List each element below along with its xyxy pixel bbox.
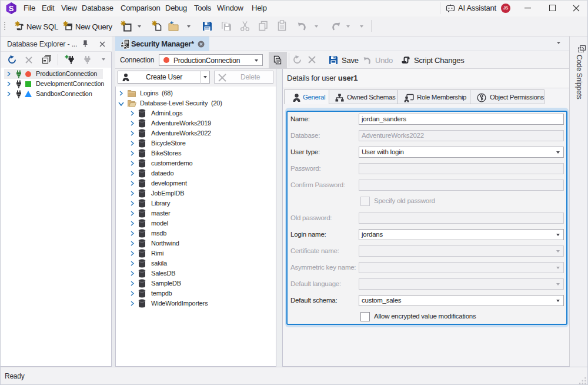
svg-text:S: S <box>9 4 14 13</box>
